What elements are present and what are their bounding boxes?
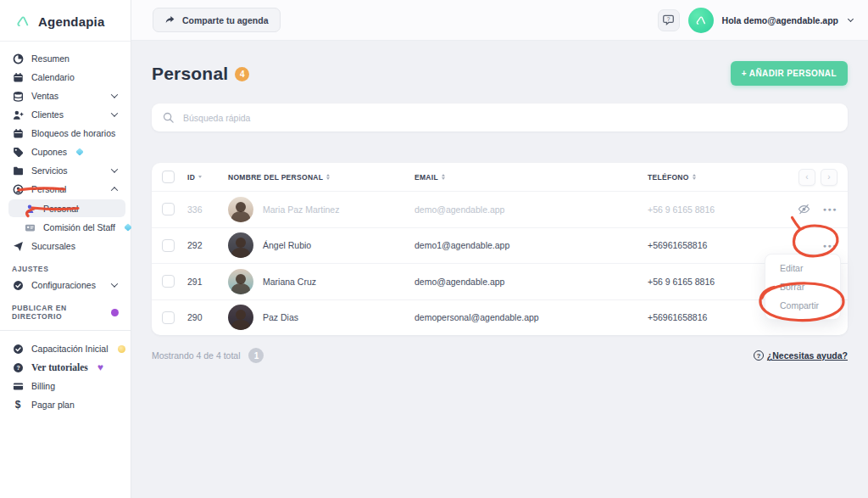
client-add-icon xyxy=(12,109,24,120)
sidebar-item-clientes[interactable]: Clientes xyxy=(0,105,131,124)
sidebar-item-label: Ver tutoriales xyxy=(31,362,88,372)
paper-plane-icon xyxy=(12,241,24,252)
avatar xyxy=(228,305,253,330)
user-greeting[interactable]: Hola demo@agendable.app xyxy=(722,15,838,25)
sidebar-divider xyxy=(0,330,131,331)
sidebar-item-label: Servicios xyxy=(31,165,68,176)
chevron-down-icon[interactable] xyxy=(848,16,854,22)
sidebar-item-sucursales[interactable]: Sucursales xyxy=(0,237,131,255)
row-checkbox[interactable] xyxy=(162,239,175,252)
cell-phone: +56961658816 xyxy=(648,240,792,250)
next-page-button[interactable]: › xyxy=(821,169,837,186)
share-agenda-button[interactable]: Comparte tu agenda xyxy=(153,8,281,32)
person-icon xyxy=(24,204,36,214)
share-button-label: Comparte tu agenda xyxy=(182,15,269,25)
dollar-icon: $ xyxy=(12,399,24,411)
svg-text:?: ? xyxy=(667,16,670,22)
credit-card-icon xyxy=(12,381,24,392)
id-card-icon xyxy=(24,222,36,233)
sort-desc-icon xyxy=(198,176,202,178)
check-circle-icon xyxy=(12,280,24,291)
search-bar[interactable] xyxy=(152,104,848,131)
question-circle-icon: ? xyxy=(754,350,764,361)
row-actions-menu-button[interactable]: ●●● xyxy=(823,206,837,212)
sidebar-item-billing[interactable]: Billing xyxy=(0,377,131,395)
user-avatar[interactable] xyxy=(688,8,714,33)
menu-item-compartir[interactable]: Compartir xyxy=(765,296,840,315)
sidebar-item-personal-sub[interactable]: Personal xyxy=(8,199,125,217)
add-personal-button[interactable]: + AÑADIR PERSONAL xyxy=(731,61,848,86)
search-input[interactable] xyxy=(183,113,837,123)
menu-item-editar[interactable]: Editar xyxy=(765,259,840,277)
sidebar-item-servicios[interactable]: Servicios xyxy=(0,161,131,180)
sidebar-item-ver-tutoriales[interactable]: ? Ver tutoriales ♥ xyxy=(0,358,131,377)
avatar xyxy=(228,269,253,294)
sidebar-item-capacitacion[interactable]: Capacitación Inicial xyxy=(0,339,131,358)
sidebar-item-label: Resumen xyxy=(31,53,70,64)
sidebar-item-resumen[interactable]: Resumen xyxy=(0,49,131,68)
sidebar-item-label: Billing xyxy=(31,381,55,391)
chevron-down-icon xyxy=(111,91,118,98)
sales-stack-icon xyxy=(12,91,24,102)
sidebar: Agendapia Resumen Calendario Ventas Clie… xyxy=(0,0,131,498)
agendapia-avatar-mark xyxy=(693,13,709,28)
search-icon xyxy=(163,112,175,124)
sidebar-item-label: Personal xyxy=(43,204,78,214)
sidebar-item-pagar-plan[interactable]: $ Pagar plan xyxy=(0,395,131,414)
chat-question-icon[interactable]: ? xyxy=(658,9,680,31)
eye-off-icon[interactable] xyxy=(797,203,811,215)
sidebar-item-comision-staff[interactable]: Comisión del Staff xyxy=(0,218,131,237)
question-circle-icon: ? xyxy=(12,362,24,373)
row-checkbox[interactable] xyxy=(162,311,175,324)
sort-icon xyxy=(326,174,330,180)
column-header-id[interactable]: ID xyxy=(187,173,228,182)
column-header-email[interactable]: EMAIL xyxy=(415,173,648,182)
select-all-checkbox[interactable] xyxy=(162,171,175,183)
chevron-up-icon xyxy=(111,187,118,193)
sidebar-item-configuraciones[interactable]: Configuraciones xyxy=(0,276,131,294)
sidebar-item-label: Comisión del Staff xyxy=(43,222,115,232)
table-row: 290 Paz Dias demopersonal@agendable.app … xyxy=(152,299,848,336)
brand-name: Agendapia xyxy=(38,14,104,29)
svg-text:?: ? xyxy=(16,364,19,370)
brand-logo[interactable]: Agendapia xyxy=(0,0,131,42)
cell-phone: +56 9 6165 8816 xyxy=(648,204,792,215)
sidebar-item-label: Cupones xyxy=(31,147,67,157)
sidebar-item-calendario[interactable]: Calendario xyxy=(0,68,131,87)
sidebar-item-personal[interactable]: Personal xyxy=(0,180,131,199)
table-row: 291 Mariana Cruz demo@agendable.app +56 … xyxy=(152,263,848,299)
sidebar-item-label: Ventas xyxy=(31,91,58,101)
row-actions-menu-button[interactable]: ●●● xyxy=(823,243,837,249)
column-header-telefono[interactable]: TELÉFONO xyxy=(648,173,792,182)
row-checkbox[interactable] xyxy=(162,203,175,215)
menu-item-borrar[interactable]: Borrar xyxy=(765,277,840,296)
cell-id: 290 xyxy=(187,312,228,322)
agendapia-logo-icon xyxy=(14,12,32,31)
table-summary: Mostrando 4 de 4 total xyxy=(152,350,240,361)
sidebar-item-cupones[interactable]: Cupones xyxy=(0,143,131,161)
cell-id: 291 xyxy=(187,277,228,287)
tag-icon xyxy=(12,147,24,158)
table-row: 336 Maria Paz Martinez demo@agendable.ap… xyxy=(152,191,848,227)
prev-page-button[interactable]: ‹ xyxy=(798,169,815,186)
sidebar-item-label: Calendario xyxy=(31,72,75,82)
cell-id: 292 xyxy=(187,240,228,250)
sidebar-item-ventas[interactable]: Ventas xyxy=(0,87,131,105)
sidebar-item-label: Personal xyxy=(31,184,66,194)
cell-email: demo1@agendable.app xyxy=(415,240,648,250)
sidebar-item-bloqueos[interactable]: Bloqueos de horarios xyxy=(0,124,131,143)
row-context-menu: Editar Borrar Compartir xyxy=(765,254,841,320)
purple-circle-emoji xyxy=(111,309,119,316)
blue-diamond-emoji xyxy=(124,223,132,232)
column-header-nombre[interactable]: NOMBRE DEL PERSONAL xyxy=(228,173,415,182)
need-help-link[interactable]: ¿Necesitas ayuda? xyxy=(767,350,848,361)
row-checkbox[interactable] xyxy=(162,275,175,288)
sidebar-section-publicar: PUBLICAR EN DIRECTORIO xyxy=(0,294,131,323)
cell-name: Mariana Cruz xyxy=(263,277,316,287)
cell-email: demo@agendable.app xyxy=(415,204,648,215)
person-circle-icon xyxy=(12,184,24,195)
check-circle-icon xyxy=(12,344,24,355)
current-page-badge[interactable]: 1 xyxy=(248,348,264,363)
sidebar-section-ajustes: AJUSTES xyxy=(0,255,131,276)
cell-name: Maria Paz Martinez xyxy=(263,204,339,215)
